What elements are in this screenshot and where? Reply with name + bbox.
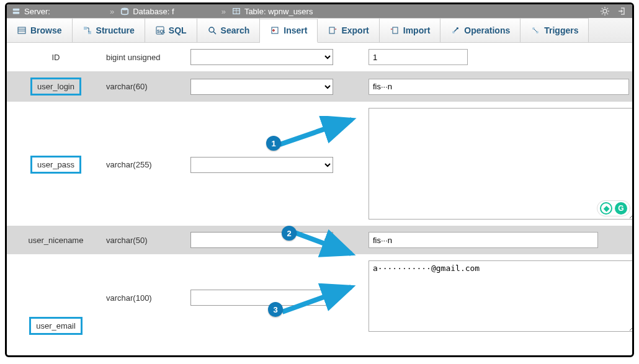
svg-point-22 [209, 27, 214, 32]
callout-2: 2 [282, 226, 297, 241]
col-user-nicename-type: varchar(50) [106, 236, 187, 245]
col-id-name: ID [48, 50, 64, 64]
svg-rect-15 [18, 27, 25, 33]
col-id-function[interactable] [190, 49, 333, 65]
tab-search[interactable]: Search [197, 18, 261, 42]
svg-rect-28 [393, 27, 398, 33]
svg-rect-27 [329, 27, 334, 33]
tab-triggers[interactable]: Triggers [521, 18, 589, 42]
triggers-icon [530, 25, 540, 35]
tab-import[interactable]: Import [380, 18, 441, 42]
col-user-pass-name: user_pass [30, 156, 81, 174]
grammarly-widget[interactable]: ◆ G [597, 200, 630, 216]
operations-icon [450, 25, 460, 35]
svg-rect-0 [13, 9, 20, 11]
tab-browse-label: Browse [30, 25, 62, 35]
svg-rect-18 [84, 27, 87, 30]
tab-triggers-label: Triggers [544, 25, 578, 35]
col-user-pass-function[interactable] [190, 157, 333, 173]
search-icon [207, 25, 217, 35]
gear-icon[interactable] [600, 6, 610, 16]
breadcrumb-server-label[interactable]: Server: [24, 7, 50, 16]
tab-export-label: Export [341, 25, 369, 35]
svg-line-11 [602, 8, 603, 9]
browse-icon [17, 25, 27, 35]
col-user-nicename-name: user_nicename [29, 233, 84, 247]
tab-operations[interactable]: Operations [440, 18, 521, 42]
grammarly-diamond-icon[interactable]: ◆ [600, 202, 612, 215]
callout-3-badge: 3 [268, 302, 283, 317]
arrow-3 [281, 283, 359, 317]
svg-point-2 [122, 8, 128, 11]
arrow-2 [293, 229, 359, 260]
tab-sql[interactable]: SQL SQL [145, 18, 197, 42]
callout-2-badge: 2 [282, 226, 297, 241]
tab-structure[interactable]: Structure [73, 18, 145, 42]
database-icon [120, 7, 129, 16]
col-user-pass-value[interactable] [369, 108, 634, 220]
breadcrumb-sep: » [110, 7, 114, 16]
col-user-email-name: user_email [29, 317, 83, 335]
svg-line-12 [607, 14, 609, 15]
insert-form: ID bigint unsigned user_login varchar(60… [7, 43, 632, 341]
sql-icon: SQL [155, 25, 165, 35]
breadcrumb-db-label[interactable]: Database: f [133, 7, 174, 16]
tab-structure-label: Structure [96, 25, 135, 35]
export-icon [328, 25, 337, 35]
svg-line-13 [602, 14, 603, 15]
col-id-value[interactable] [369, 49, 468, 65]
tab-insert[interactable]: Insert [260, 19, 318, 43]
grammarly-g-icon[interactable]: G [615, 202, 627, 215]
col-id-type: bigint unsigned [106, 53, 187, 62]
tab-export[interactable]: Export [318, 18, 379, 42]
breadcrumb-sep2: » [221, 7, 226, 16]
col-user-login-type: varchar(60) [106, 82, 187, 91]
svg-line-32 [280, 120, 352, 144]
col-user-pass-type: varchar(255) [106, 160, 187, 169]
svg-line-14 [607, 8, 609, 9]
col-user-login-name: user_login [30, 78, 81, 95]
svg-text:SQL: SQL [157, 29, 165, 34]
callout-1: 1 [266, 136, 281, 151]
row-user-login: user_login varchar(60) [7, 71, 632, 102]
arrow-1 [279, 116, 359, 150]
svg-rect-1 [13, 12, 20, 14]
server-icon [12, 7, 20, 16]
col-user-login-function[interactable] [190, 79, 333, 95]
callout-1-badge: 1 [266, 136, 281, 151]
tab-import-label: Import [403, 25, 431, 35]
col-user-nicename-value[interactable] [369, 232, 598, 248]
tab-search-label: Search [221, 25, 250, 35]
col-user-login-value[interactable] [369, 79, 629, 95]
svg-line-33 [295, 233, 351, 254]
insert-icon [270, 25, 280, 35]
tab-insert-label: Insert [284, 25, 307, 35]
svg-line-23 [213, 32, 216, 34]
table-icon [232, 7, 241, 16]
svg-point-6 [603, 9, 607, 13]
exit-icon[interactable] [617, 6, 627, 16]
breadcrumb: Server: » Database: f » Table: wpnw_user… [7, 4, 632, 18]
tab-bar: Browse Structure SQL SQL Search Insert E… [7, 18, 632, 43]
col-user-email-type: varchar(100) [106, 293, 187, 303]
tab-browse[interactable]: Browse [7, 18, 73, 42]
row-id: ID bigint unsigned [7, 43, 632, 71]
breadcrumb-table-label[interactable]: Table: wpnw_users [244, 7, 313, 16]
svg-line-34 [282, 287, 351, 312]
import-icon [390, 25, 400, 35]
col-user-email-value[interactable]: a···········@gmail.com [369, 260, 634, 332]
tab-operations-label: Operations [464, 25, 510, 35]
callout-3: 3 [268, 302, 283, 317]
structure-icon [83, 25, 92, 35]
svg-point-29 [452, 31, 455, 33]
tab-sql-label: SQL [169, 25, 187, 35]
